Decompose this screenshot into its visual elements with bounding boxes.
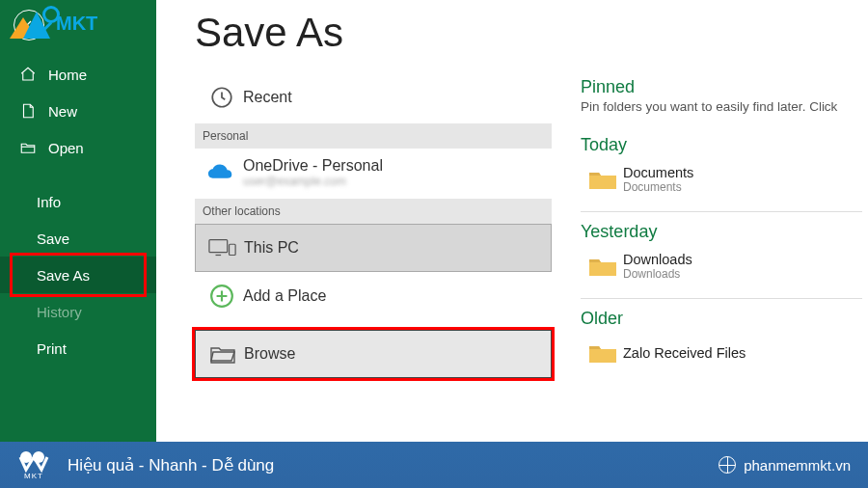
svg-rect-1 — [209, 240, 228, 253]
add-place-icon — [209, 284, 234, 309]
location-label: Add a Place — [243, 287, 326, 305]
home-icon — [19, 66, 37, 83]
watermark-text: MKT — [56, 13, 97, 34]
this-pc-icon — [208, 236, 237, 259]
footer-logo-mark — [17, 450, 50, 472]
content-area: Save As Recent Personal — [156, 0, 868, 442]
clock-icon — [209, 85, 234, 110]
folder-path: Downloads — [623, 267, 692, 281]
folder-name: Downloads — [623, 252, 692, 267]
section-header-today: Today — [581, 135, 862, 155]
folder-icon — [588, 169, 617, 190]
branding-footer: MKT Hiệu quả - Nhanh - Dễ dùng phanmemmk… — [0, 442, 868, 488]
section-header-other: Other locations — [195, 199, 552, 224]
watermark-logo: MKT — [10, 8, 97, 39]
section-header-personal: Personal — [195, 123, 552, 149]
sidebar-item-new[interactable]: New — [0, 93, 156, 129]
sidebar-item-label: Home — [48, 67, 87, 83]
globe-icon — [719, 456, 736, 474]
open-folder-icon — [19, 139, 37, 156]
browse-folder-icon — [209, 343, 236, 365]
location-add-place[interactable]: Add a Place — [195, 272, 552, 320]
sidebar-item-label: Print — [37, 340, 67, 357]
separator — [581, 211, 862, 212]
svg-rect-2 — [230, 244, 236, 255]
location-onedrive[interactable]: OneDrive - Personal user@example.com — [195, 149, 552, 197]
footer-tagline: Hiệu quả - Nhanh - Dễ dùng — [68, 455, 274, 475]
folder-row-documents[interactable]: Documents Documents — [581, 157, 862, 202]
footer-logo: MKT — [17, 450, 50, 480]
folder-row-zalo[interactable]: Zalo Received Files — [581, 331, 862, 375]
sidebar-item-label: History — [37, 304, 82, 320]
footer-logo-text: MKT — [24, 472, 43, 480]
footer-site: phanmemmkt.vn — [744, 457, 851, 474]
location-recent[interactable]: Recent — [195, 73, 552, 122]
section-header-older: Older — [581, 309, 862, 329]
folder-name: Zalo Received Files — [623, 345, 746, 361]
sidebar-item-info[interactable]: Info — [0, 183, 156, 220]
location-sublabel: user@example.com — [243, 175, 383, 188]
location-browse[interactable]: Browse — [195, 330, 552, 378]
folder-path: Documents — [623, 180, 693, 194]
folder-icon — [588, 342, 617, 364]
backstage-sidebar: Home New Open Info Save Save As — [0, 0, 156, 442]
folder-icon — [588, 256, 617, 277]
onedrive-icon — [207, 163, 236, 182]
location-label: OneDrive - Personal — [243, 157, 383, 175]
sidebar-item-open[interactable]: Open — [0, 129, 156, 166]
folder-row-downloads[interactable]: Downloads Downloads — [581, 244, 862, 288]
page-title: Save As — [195, 10, 868, 56]
folder-name: Documents — [623, 165, 693, 180]
locations-column: Recent Personal OneDrive - Personal user… — [195, 73, 552, 442]
sidebar-item-save-as[interactable]: Save As — [0, 257, 156, 293]
sidebar-item-label: Open — [48, 140, 84, 156]
pinned-description: Pin folders you want to easily find late… — [581, 99, 862, 114]
sidebar-item-home[interactable]: Home — [0, 56, 156, 93]
section-header-yesterday: Yesterday — [581, 222, 862, 242]
recent-folders-column: Pinned Pin folders you want to easily fi… — [552, 73, 868, 442]
location-this-pc[interactable]: This PC — [195, 224, 552, 272]
watermark-mark — [10, 8, 52, 39]
sidebar-item-label: New — [48, 103, 77, 120]
sidebar-item-label: Save As — [37, 267, 90, 284]
file-icon — [19, 102, 37, 120]
sidebar-item-print[interactable]: Print — [0, 330, 156, 366]
sidebar-item-label: Info — [37, 194, 61, 210]
section-header-pinned: Pinned — [581, 77, 862, 97]
location-label: This PC — [244, 239, 299, 257]
sidebar-item-save[interactable]: Save — [0, 220, 156, 257]
separator — [581, 298, 862, 299]
sidebar-item-label: Save — [37, 230, 69, 247]
location-label: Browse — [244, 345, 295, 363]
sidebar-item-history[interactable]: History — [0, 293, 156, 330]
location-label: Recent — [243, 89, 292, 106]
